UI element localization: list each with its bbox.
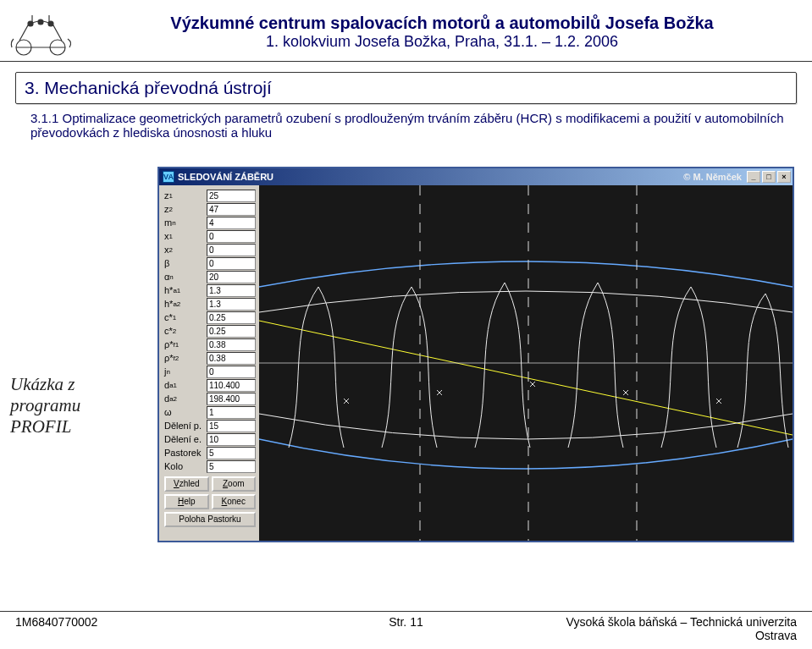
param-label: x2 <box>164 245 207 255</box>
param-input[interactable]: 0.38 <box>207 338 256 351</box>
param-row: c*20.25 <box>164 324 256 338</box>
param-label: jn <box>164 366 207 377</box>
param-label: z1 <box>164 190 207 201</box>
param-input[interactable]: 1.3 <box>207 284 256 297</box>
parameter-panel: z125z247mn4x10x20β0αn20h*a11.3h*a21.3c*1… <box>159 185 259 541</box>
param-label: Dělení p. <box>164 421 207 431</box>
window-author: © M. Němček <box>273 172 747 182</box>
param-label: c*2 <box>164 326 207 336</box>
param-row: h*a11.3 <box>164 283 256 297</box>
window-titlebar[interactable]: VA SLEDOVÁNÍ ZÁBĚRU © M. Němček _ □ × <box>159 168 793 185</box>
konec-button[interactable]: Konec <box>212 494 257 509</box>
param-row: Pastorek5 <box>164 446 256 459</box>
close-button[interactable]: × <box>777 171 791 183</box>
document-header: Výzkumné centrum spalovacích motorů a au… <box>0 0 812 62</box>
param-input[interactable]: 0 <box>207 366 256 378</box>
param-input[interactable]: 5 <box>207 447 256 459</box>
param-label: mn <box>164 217 207 228</box>
param-input[interactable]: 25 <box>207 190 256 202</box>
zoom-button[interactable]: Zoom <box>212 476 257 492</box>
gear-mesh-plot <box>259 185 793 541</box>
footer-center: Str. 11 <box>273 615 539 642</box>
app-icon: VA <box>163 171 174 183</box>
poloha-pastorku-button[interactable]: Poloha Pastorku <box>164 512 256 527</box>
param-row: Kolo5 <box>164 459 256 473</box>
param-input[interactable]: 10 <box>207 433 256 446</box>
maximize-button[interactable]: □ <box>762 171 776 183</box>
param-input[interactable]: 20 <box>207 271 256 283</box>
app-body: z125z247mn4x10x20β0αn20h*a11.3h*a21.3c*1… <box>159 185 793 541</box>
param-label: h*a2 <box>164 299 207 309</box>
param-row: ρ*f10.38 <box>164 338 256 351</box>
param-label: β <box>164 258 207 268</box>
section-heading-box: 3. Mechanická převodná ústrojí <box>15 72 797 104</box>
param-input[interactable]: 110.400 <box>207 379 256 392</box>
param-input[interactable]: 0.25 <box>207 325 256 338</box>
minimize-button[interactable]: _ <box>747 171 760 183</box>
param-input[interactable]: 1 <box>207 406 256 419</box>
window-title: SLEDOVÁNÍ ZÁBĚRU <box>178 172 273 182</box>
param-row: ω1 <box>164 405 256 419</box>
page-footer: 1M6840770002 Str. 11 Vysoká škola báňská… <box>0 611 812 642</box>
param-row: da2198.400 <box>164 392 256 405</box>
param-label: z2 <box>164 204 207 214</box>
caption-line2: PROFIL <box>10 416 71 437</box>
param-input[interactable]: 4 <box>207 217 256 229</box>
param-input[interactable]: 1.3 <box>207 298 256 311</box>
param-input[interactable]: 5 <box>207 460 256 473</box>
logo-carriage <box>7 7 79 58</box>
param-label: Dělení e. <box>164 434 207 444</box>
param-label: Kolo <box>164 461 207 471</box>
header-title: Výzkumné centrum spalovacích motorů a au… <box>89 14 795 33</box>
param-row: Dělení p.15 <box>164 419 256 432</box>
param-row: z247 <box>164 202 256 216</box>
param-label: da2 <box>164 393 207 404</box>
param-row: da1110.400 <box>164 378 256 392</box>
param-input[interactable]: 0 <box>207 230 256 243</box>
param-label: ω <box>164 407 207 417</box>
param-label: x1 <box>164 231 207 241</box>
param-row: ρ*f20.38 <box>164 351 256 365</box>
param-label: ρ*f2 <box>164 353 207 363</box>
param-input[interactable]: 15 <box>207 420 256 432</box>
figure-caption: Ukázka z programu PROFIL <box>10 272 146 437</box>
param-label: Pastorek <box>164 448 207 458</box>
main-content: Ukázka z programu PROFIL VA SLEDOVÁNÍ ZÁ… <box>0 150 812 542</box>
param-input[interactable]: 0 <box>207 244 256 256</box>
param-input[interactable]: 0.38 <box>207 352 256 365</box>
footer-right: Vysoká škola báňská – Technická univerzi… <box>539 615 797 642</box>
svg-point-4 <box>48 21 53 26</box>
param-label: ρ*f1 <box>164 339 207 349</box>
header-text: Výzkumné centrum spalovacích motorů a au… <box>89 14 795 51</box>
param-label: h*a1 <box>164 285 207 295</box>
param-row: jn0 <box>164 365 256 378</box>
caption-line1: Ukázka z programu <box>10 374 80 415</box>
param-label: c*1 <box>164 312 207 322</box>
param-label: αn <box>164 272 207 282</box>
param-input[interactable]: 0.25 <box>207 311 256 324</box>
param-label: da1 <box>164 380 207 390</box>
param-row: αn20 <box>164 270 256 283</box>
param-row: c*10.25 <box>164 311 256 324</box>
vzhled-button[interactable]: Vzhled <box>164 476 209 492</box>
param-row: h*a21.3 <box>164 297 256 311</box>
param-input[interactable]: 0 <box>207 257 256 270</box>
param-row: β0 <box>164 256 256 270</box>
param-row: z125 <box>164 189 256 202</box>
section-subtitle: 3.1.1 Optimalizace geometrických paramet… <box>30 111 797 140</box>
svg-point-2 <box>28 21 33 26</box>
param-row: mn4 <box>164 216 256 229</box>
profil-app-window: VA SLEDOVÁNÍ ZÁBĚRU © M. Němček _ □ × z1… <box>157 167 794 542</box>
param-input[interactable]: 47 <box>207 203 256 216</box>
param-row: Dělení e.10 <box>164 432 256 446</box>
window-buttons: _ □ × <box>747 171 791 183</box>
section-title: 3. Mechanická převodná ústrojí <box>25 78 787 98</box>
footer-left: 1M6840770002 <box>15 615 273 642</box>
svg-point-3 <box>38 19 43 25</box>
param-row: x10 <box>164 229 256 243</box>
param-input[interactable]: 198.400 <box>207 393 256 405</box>
help-button[interactable]: Help <box>164 494 209 509</box>
param-row: x20 <box>164 243 256 256</box>
header-subtitle: 1. kolokvium Josefa Božka, Praha, 31.1. … <box>89 33 795 51</box>
